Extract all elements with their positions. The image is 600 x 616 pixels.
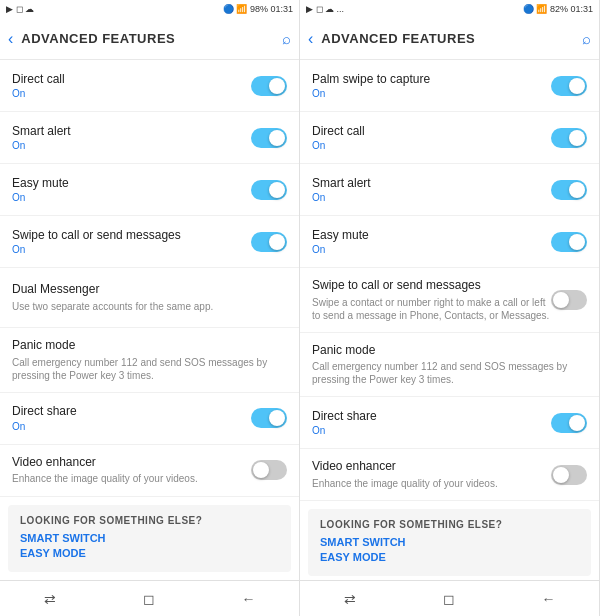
setting-text: Easy muteOn bbox=[312, 228, 551, 256]
toggle-knob bbox=[569, 234, 585, 250]
setting-item[interactable]: Easy muteOn bbox=[300, 216, 599, 268]
setting-name: Direct share bbox=[312, 409, 551, 425]
setting-item[interactable]: Panic modeCall emergency number 112 and … bbox=[300, 333, 599, 398]
setting-text: Smart alertOn bbox=[12, 124, 251, 152]
nav-button-2[interactable]: ← bbox=[532, 587, 566, 611]
setting-name: Video enhancer bbox=[312, 459, 551, 475]
search-icon[interactable]: ⌕ bbox=[282, 30, 291, 47]
nav-button-1[interactable]: ◻ bbox=[433, 587, 465, 611]
phone-panel-right: ▶ ◻ ☁ ... 🔵 📶 82% 01:31 ‹ ADVANCED FEATU… bbox=[300, 0, 600, 616]
setting-text: Palm swipe to captureOn bbox=[312, 72, 551, 100]
setting-text: Panic modeCall emergency number 112 and … bbox=[312, 343, 587, 387]
search-icon[interactable]: ⌕ bbox=[582, 30, 591, 47]
setting-text: Panic modeCall emergency number 112 and … bbox=[12, 338, 287, 382]
nav-button-2[interactable]: ← bbox=[232, 587, 266, 611]
page-title: ADVANCED FEATURES bbox=[321, 31, 582, 46]
setting-item[interactable]: Smart alertOn bbox=[300, 164, 599, 216]
setting-text: Dual MessengerUse two separate accounts … bbox=[12, 282, 287, 313]
bottom-nav: ⇄◻← bbox=[0, 580, 299, 616]
looking-link-easy-mode[interactable]: EASY MODE bbox=[20, 547, 279, 559]
toggle-knob bbox=[569, 415, 585, 431]
setting-text: Direct shareOn bbox=[312, 409, 551, 437]
toggle-knob bbox=[569, 182, 585, 198]
header: ‹ ADVANCED FEATURES ⌕ bbox=[300, 18, 599, 60]
status-left: ▶ ◻ ☁ bbox=[6, 4, 34, 14]
toggle-switch[interactable] bbox=[551, 128, 587, 148]
toggle-switch[interactable] bbox=[251, 180, 287, 200]
looking-for-box: LOOKING FOR SOMETHING ELSE?SMART SWITCHE… bbox=[308, 509, 591, 576]
setting-name: Palm swipe to capture bbox=[312, 72, 551, 88]
setting-name: Swipe to call or send messages bbox=[312, 278, 551, 294]
setting-status: On bbox=[12, 192, 251, 203]
toggle-switch[interactable] bbox=[251, 460, 287, 480]
page-title: ADVANCED FEATURES bbox=[21, 31, 282, 46]
setting-item[interactable]: Direct callOn bbox=[0, 60, 299, 112]
toggle-knob bbox=[553, 467, 569, 483]
setting-description: Use two separate accounts for the same a… bbox=[12, 300, 287, 313]
setting-item[interactable]: Video enhancerEnhance the image quality … bbox=[300, 449, 599, 501]
toggle-switch[interactable] bbox=[551, 465, 587, 485]
toggle-knob bbox=[569, 130, 585, 146]
toggle-knob bbox=[253, 462, 269, 478]
setting-item[interactable]: Smart alertOn bbox=[0, 112, 299, 164]
setting-item[interactable]: Direct shareOn bbox=[0, 393, 299, 445]
setting-text: Direct shareOn bbox=[12, 404, 251, 432]
setting-item[interactable]: Swipe to call or send messagesSwipe a co… bbox=[300, 268, 599, 333]
setting-text: Smart alertOn bbox=[312, 176, 551, 204]
setting-text: Swipe to call or send messagesSwipe a co… bbox=[312, 278, 551, 322]
toggle-switch[interactable] bbox=[551, 180, 587, 200]
toggle-switch[interactable] bbox=[551, 232, 587, 252]
toggle-switch[interactable] bbox=[251, 232, 287, 252]
setting-item[interactable]: Video enhancerEnhance the image quality … bbox=[0, 445, 299, 497]
looking-link-smart-switch[interactable]: SMART SWITCH bbox=[20, 532, 279, 544]
nav-button-0[interactable]: ⇄ bbox=[334, 587, 366, 611]
toggle-switch[interactable] bbox=[551, 413, 587, 433]
toggle-switch[interactable] bbox=[251, 128, 287, 148]
setting-name: Video enhancer bbox=[12, 455, 251, 471]
setting-text: Direct callOn bbox=[12, 72, 251, 100]
setting-description: Call emergency number 112 and send SOS m… bbox=[312, 360, 587, 386]
settings-list: Palm swipe to captureOnDirect callOnSmar… bbox=[300, 60, 599, 580]
setting-status: On bbox=[12, 421, 251, 432]
setting-item[interactable]: Palm swipe to captureOn bbox=[300, 60, 599, 112]
looking-for-box: LOOKING FOR SOMETHING ELSE?SMART SWITCHE… bbox=[8, 505, 291, 572]
setting-name: Panic mode bbox=[12, 338, 287, 354]
looking-link-smart-switch[interactable]: SMART SWITCH bbox=[320, 536, 579, 548]
setting-status: On bbox=[312, 140, 551, 151]
setting-item[interactable]: Easy muteOn bbox=[0, 164, 299, 216]
setting-status: On bbox=[312, 88, 551, 99]
toggle-switch[interactable] bbox=[551, 290, 587, 310]
toggle-knob bbox=[269, 410, 285, 426]
nav-button-1[interactable]: ◻ bbox=[133, 587, 165, 611]
setting-status: On bbox=[312, 192, 551, 203]
status-right: 🔵 📶 98% 01:31 bbox=[223, 4, 293, 14]
back-button[interactable]: ‹ bbox=[8, 30, 13, 48]
setting-item[interactable]: Dual MessengerUse two separate accounts … bbox=[0, 268, 299, 328]
setting-status: On bbox=[312, 244, 551, 255]
setting-text: Video enhancerEnhance the image quality … bbox=[312, 459, 551, 490]
settings-list: Direct callOnSmart alertOnEasy muteOnSwi… bbox=[0, 60, 299, 580]
setting-status: On bbox=[12, 88, 251, 99]
toggle-switch[interactable] bbox=[551, 76, 587, 96]
looking-link-easy-mode[interactable]: EASY MODE bbox=[320, 551, 579, 563]
setting-item[interactable]: Panic modeCall emergency number 112 and … bbox=[0, 328, 299, 393]
setting-item[interactable]: Direct callOn bbox=[300, 112, 599, 164]
setting-text: Easy muteOn bbox=[12, 176, 251, 204]
toggle-switch[interactable] bbox=[251, 408, 287, 428]
bottom-nav: ⇄◻← bbox=[300, 580, 599, 616]
status-bar: ▶ ◻ ☁ ... 🔵 📶 82% 01:31 bbox=[300, 0, 599, 18]
setting-description: Enhance the image quality of your videos… bbox=[12, 472, 251, 485]
status-right: 🔵 📶 82% 01:31 bbox=[523, 4, 593, 14]
setting-text: Direct callOn bbox=[312, 124, 551, 152]
nav-button-0[interactable]: ⇄ bbox=[34, 587, 66, 611]
setting-name: Direct share bbox=[12, 404, 251, 420]
setting-description: Enhance the image quality of your videos… bbox=[312, 477, 551, 490]
setting-item[interactable]: Direct shareOn bbox=[300, 397, 599, 449]
setting-name: Smart alert bbox=[312, 176, 551, 192]
back-button[interactable]: ‹ bbox=[308, 30, 313, 48]
toggle-switch[interactable] bbox=[251, 76, 287, 96]
setting-item[interactable]: Swipe to call or send messagesOn bbox=[0, 216, 299, 268]
setting-name: Easy mute bbox=[312, 228, 551, 244]
setting-name: Smart alert bbox=[12, 124, 251, 140]
setting-description: Swipe a contact or number right to make … bbox=[312, 296, 551, 322]
